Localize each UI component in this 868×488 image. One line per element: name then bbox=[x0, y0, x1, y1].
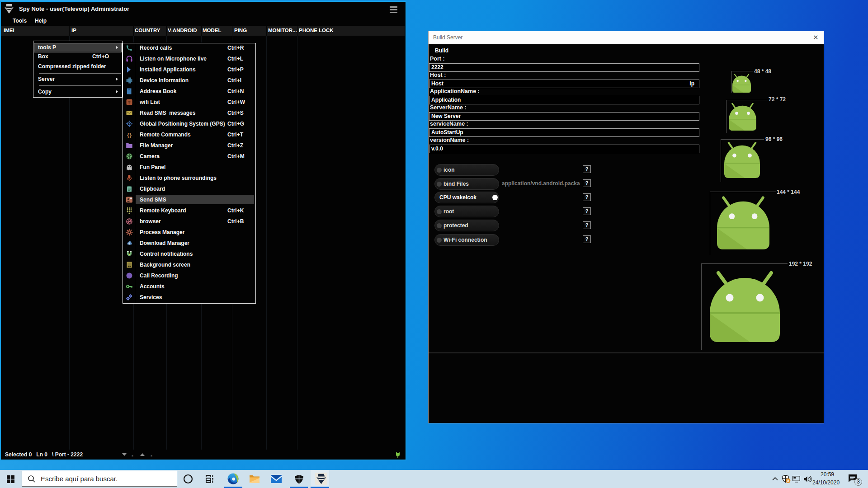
svg-text:{}: {} bbox=[127, 131, 132, 138]
